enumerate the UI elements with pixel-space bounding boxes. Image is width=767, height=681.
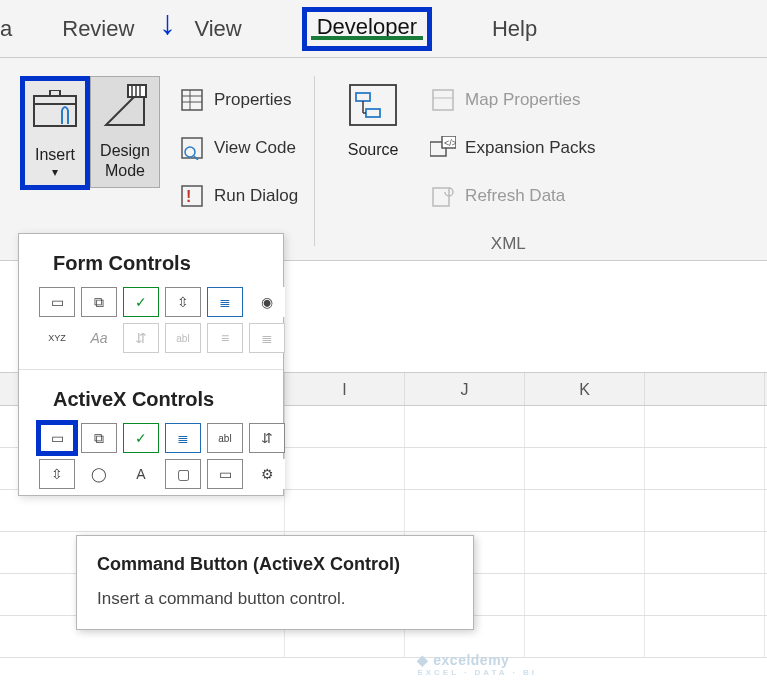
svg-rect-18 [350,85,396,125]
watermark-brand: exceldemy [433,652,509,668]
activex-spin-icon[interactable]: ⇳ [39,459,75,489]
insert-dropdown: Form Controls ▭ ⧉ ✓ ⇳ ≣ ◉ XYZ Aa ⇵ abl ≡… [18,233,284,496]
svg-rect-20 [366,109,380,117]
design-mode-label: Design Mode [100,141,150,181]
activex-text-icon[interactable]: abl [207,423,243,453]
annotation-arrow-icon: ↓ [159,3,176,42]
map-properties-icon [429,86,457,114]
tab-developer[interactable]: Developer [272,0,462,57]
run-dialog-icon: ! [178,182,206,210]
tab-developer-label: Developer [302,7,432,51]
form-combo-icon[interactable]: ⧉ [81,287,117,317]
svg-rect-23 [433,90,453,110]
tab-review[interactable]: Review [32,0,164,57]
watermark-sub: EXCEL · DATA · BI [417,668,537,677]
activex-combo-icon[interactable]: ⧉ [81,423,117,453]
insert-label: Insert [35,145,75,165]
form-checkbox-icon[interactable]: ✓ [123,287,159,317]
activex-list-icon[interactable]: ≣ [165,423,201,453]
view-code-icon [178,134,206,162]
activex-more-icon[interactable]: ⚙ [249,459,285,489]
expansion-packs-icon: </> [429,134,457,162]
svg-rect-9 [182,90,202,110]
map-properties-label: Map Properties [465,90,580,110]
tooltip: Command Button (ActiveX Control) Insert … [76,535,474,630]
col-header-i[interactable]: I [285,373,405,405]
activex-controls-title: ActiveX Controls [19,370,283,423]
form-controls-title: Form Controls [19,234,283,287]
col-header-j[interactable]: J [405,373,525,405]
refresh-data-button: Refresh Data [429,176,595,216]
activex-option-icon[interactable]: ◯ [81,459,117,489]
svg-rect-16 [182,186,202,206]
col-header-k[interactable]: K [525,373,645,405]
form-groupbox-icon[interactable]: XYZ [39,323,75,353]
col-header[interactable] [645,373,765,405]
svg-rect-1 [34,96,76,104]
form-combo3-icon: ≣ [249,323,285,353]
form-label-icon[interactable]: Aa [81,323,117,353]
svg-rect-19 [356,93,370,101]
tab-view[interactable]: View [164,0,271,57]
activex-scroll-icon[interactable]: ⇵ [249,423,285,453]
svg-rect-0 [34,104,76,126]
refresh-icon [429,182,457,210]
properties-icon [178,86,206,114]
tab-help[interactable]: Help [462,0,567,57]
chevron-down-icon: ▾ [52,165,58,179]
svg-text:</>: </> [444,138,456,148]
map-properties-button: Map Properties [429,80,595,120]
source-label: Source [348,140,399,160]
properties-label: Properties [214,90,291,110]
design-mode-button[interactable]: Design Mode [90,76,160,188]
expansion-packs-button[interactable]: </> Expansion Packs [429,128,595,168]
toolbox-icon [30,87,80,133]
run-dialog-label: Run Dialog [214,186,298,206]
svg-rect-5 [128,85,146,97]
form-spin-icon[interactable]: ⇳ [165,287,201,317]
form-list-icon[interactable]: ≣ [207,287,243,317]
tooltip-body: Insert a command button control. [97,589,453,609]
svg-text:!: ! [186,188,191,205]
xml-group-label: XML [421,234,595,254]
activex-toggle-icon[interactable]: ▭ [207,459,243,489]
run-dialog-button[interactable]: ! Run Dialog [178,176,298,216]
ruler-triangle-icon [100,83,150,129]
form-text-icon: abl [165,323,201,353]
properties-button[interactable]: Properties [178,80,298,120]
tab-partial[interactable]: a [0,0,32,57]
source-button[interactable]: Source [331,76,415,166]
svg-point-14 [185,147,195,157]
form-option-icon[interactable]: ◉ [249,287,285,317]
tooltip-title: Command Button (ActiveX Control) [97,554,453,575]
form-scroll-icon: ⇵ [123,323,159,353]
svg-rect-2 [50,90,60,96]
activex-image-icon[interactable]: ▢ [165,459,201,489]
activex-label-icon[interactable]: A [123,459,159,489]
activex-checkbox-icon[interactable]: ✓ [123,423,159,453]
activex-command-button-icon[interactable]: ▭ [39,423,75,453]
watermark: ◆ exceldemy EXCEL · DATA · BI [417,652,537,677]
insert-button[interactable]: Insert ▾ [20,76,90,190]
expansion-packs-label: Expansion Packs [465,138,595,158]
refresh-data-label: Refresh Data [465,186,565,206]
ribbon-body: Insert ▾ Design Mode Properties View [0,58,767,261]
form-combo2-icon: ≡ [207,323,243,353]
source-icon [348,82,398,128]
ribbon-tabs: a Review View Developer Help [0,0,767,58]
view-code-label: View Code [214,138,296,158]
form-button-icon[interactable]: ▭ [39,287,75,317]
svg-rect-28 [433,188,449,206]
view-code-button[interactable]: View Code [178,128,298,168]
